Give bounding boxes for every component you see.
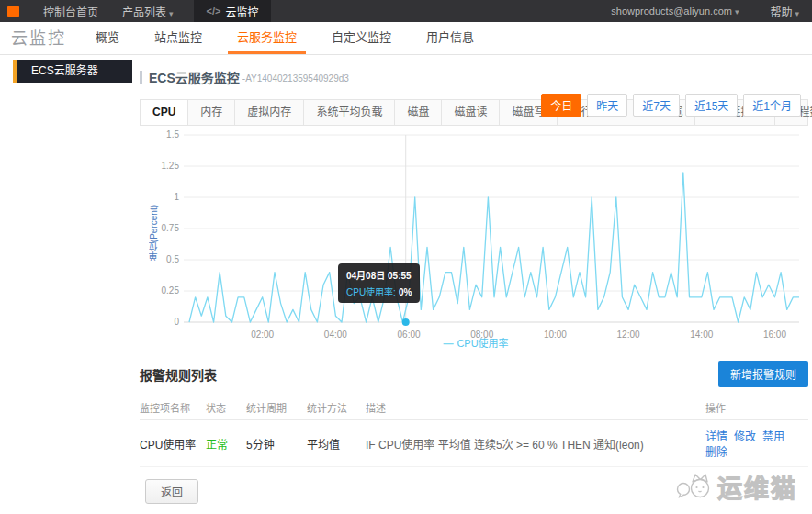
tab-user-info[interactable]: 用户信息 [417, 22, 483, 54]
svg-text:1: 1 [174, 192, 179, 202]
svg-text:1.25: 1.25 [162, 161, 180, 171]
header-description: 描述 [366, 400, 705, 415]
top-navbar: 控制台首页 产品列表▾ </> 云监控 showproducts@aliyun.… [0, 0, 812, 22]
instance-id: -AY1404021359540929d3 [242, 71, 349, 84]
tooltip-date: 04月08日 05:55 [346, 268, 412, 282]
sidebar: ECS云服务器 [0, 56, 138, 514]
header-actions: 操作 [705, 400, 808, 415]
tab-custom-monitor[interactable]: 自定义监控 [322, 22, 400, 54]
range-1month-button[interactable]: 近1个月 [743, 94, 801, 117]
metric-tab-disk-read[interactable]: 磁盘读 [442, 100, 500, 125]
nav-cloud-monitor[interactable]: </> 云监控 [194, 0, 272, 22]
svg-text:0.5: 0.5 [166, 254, 179, 264]
metric-tab-virtual-memory[interactable]: 虚拟内存 [235, 100, 304, 125]
range-yesterday-button[interactable]: 昨天 [587, 94, 627, 117]
chart-legend[interactable]: —CPU使用率 [140, 335, 812, 350]
legend-line-icon: — [443, 338, 453, 349]
header-period: 统计周期 [246, 400, 307, 415]
nav-console-home[interactable]: 控制台首页 [43, 4, 98, 19]
add-alarm-rule-button[interactable]: 新增报警规则 [718, 361, 808, 387]
header-metric-name: 监控项名称 [140, 400, 206, 415]
tab-overview[interactable]: 概览 [86, 22, 129, 54]
header-method: 统计方法 [307, 400, 366, 415]
tab-site-monitor[interactable]: 站点监控 [145, 22, 211, 54]
metric-tab-disk[interactable]: 磁盘 [395, 100, 442, 125]
alarm-rules-section: 报警规则列表 新增报警规则 监控项名称 状态 统计周期 统计方法 描述 操作 C… [140, 361, 808, 504]
tooltip-series-label: CPU使用率: [346, 287, 396, 297]
alarm-rules-title: 报警规则列表 [140, 365, 217, 384]
chart-tooltip: 04月08日 05:55 CPU使用率:0% [338, 263, 420, 303]
brand-cloud-monitor: 云监控 [11, 22, 86, 54]
subnav-tabs: 概览 站点监控 云服务监控 自定义监控 用户信息 [86, 22, 500, 54]
metric-tab-cpu[interactable]: CPU [141, 100, 188, 125]
rule-metric-name: CPU使用率 [140, 436, 206, 452]
svg-text:0.25: 0.25 [162, 285, 180, 296]
tab-cloud-service-monitor[interactable]: 云服务监控 [228, 22, 306, 54]
account-menu[interactable]: showproducts@aliyun.com▾ [611, 6, 739, 17]
cpu-chart: 单位(Percent) 00.250.50.7511.251.502:0004:… [140, 126, 812, 353]
sub-navbar: 云监控 概览 站点监控 云服务监控 自定义监控 用户信息 [0, 22, 812, 55]
range-today-button[interactable]: 今日 [541, 94, 581, 117]
metric-tab-load-average[interactable]: 系统平均负载 [304, 100, 395, 125]
rule-edit-link[interactable]: 修改 [734, 430, 756, 443]
help-menu[interactable]: 帮助▾ [770, 4, 799, 19]
page-title: ECS云服务监控 [149, 68, 240, 86]
range-15days-button[interactable]: 近15天 [685, 94, 738, 117]
time-range-buttons: 今日 昨天 近7天 近15天 近1个月 [541, 94, 801, 117]
metric-tab-memory[interactable]: 内存 [188, 100, 235, 125]
rule-description: IF CPU使用率 平均值 连续5次 >= 60 % THEN 通知(leon) [366, 436, 705, 452]
title-row: ECS云服务监控 -AY1404021359540929d3 [140, 68, 812, 86]
alarm-rules-table: 监控项名称 状态 统计周期 统计方法 描述 操作 CPU使用率 正常 5分钟 平… [140, 396, 808, 467]
caret-down-icon: ▾ [795, 9, 799, 18]
console-icon: </> [207, 6, 221, 17]
nav-product-list[interactable]: 产品列表▾ [122, 4, 174, 19]
main-content: ECS云服务监控 -AY1404021359540929d3 今日 昨天 近7天… [138, 56, 812, 514]
table-row: CPU使用率 正常 5分钟 平均值 IF CPU使用率 平均值 连续5次 >= … [140, 420, 808, 467]
title-accent-bar [140, 71, 142, 84]
range-7days-button[interactable]: 近7天 [633, 94, 680, 117]
sidebar-item-ecs[interactable]: ECS云服务器 [13, 60, 132, 83]
cpu-chart-svg[interactable]: 00.250.50.7511.251.502:0004:0006:0008:00… [143, 128, 808, 346]
table-header-row: 监控项名称 状态 统计周期 统计方法 描述 操作 [140, 396, 808, 420]
back-button[interactable]: 返回 [145, 479, 198, 504]
caret-down-icon: ▾ [169, 9, 174, 18]
caret-down-icon: ▾ [735, 7, 739, 17]
svg-text:0: 0 [174, 317, 179, 327]
rule-actions: 详情修改禁用删除 [705, 428, 808, 459]
svg-text:0.75: 0.75 [162, 223, 180, 233]
legend-label: CPU使用率 [457, 338, 508, 349]
rule-detail-link[interactable]: 详情 [705, 430, 727, 443]
rule-method: 平均值 [307, 436, 366, 452]
rule-delete-link[interactable]: 删除 [705, 446, 727, 459]
aliyun-logo-icon [7, 6, 19, 17]
svg-text:1.5: 1.5 [166, 129, 179, 140]
tooltip-value: 0% [399, 287, 412, 297]
rule-status-badge: 正常 [206, 436, 246, 452]
header-status: 状态 [206, 400, 246, 415]
page: 控制台首页 产品列表▾ </> 云监控 showproducts@aliyun.… [0, 0, 812, 514]
rule-period: 5分钟 [246, 436, 307, 452]
rule-disable-link[interactable]: 禁用 [762, 430, 784, 443]
